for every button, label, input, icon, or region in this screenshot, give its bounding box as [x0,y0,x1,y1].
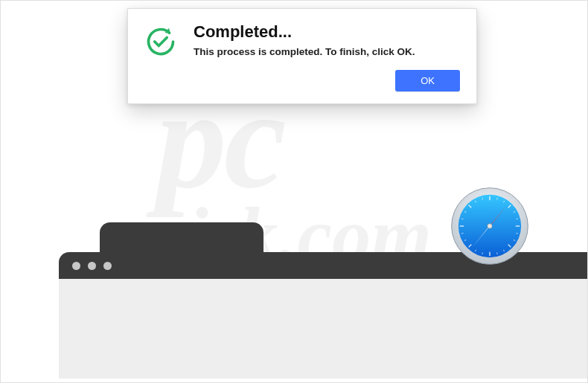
svg-line-14 [516,233,518,234]
window-control-dot[interactable] [72,262,80,270]
svg-line-13 [516,219,518,219]
svg-line-21 [461,233,464,234]
svg-line-17 [496,252,497,254]
dialog-title: Completed... [194,22,415,42]
safari-icon [449,185,531,267]
svg-line-10 [496,198,497,200]
browser-viewport [59,279,587,379]
window-control-dot[interactable] [88,262,96,270]
svg-line-22 [461,219,464,219]
svg-line-18 [482,252,483,254]
dialog-message: This process is completed. To finish, cl… [194,46,415,57]
checkmark-refresh-icon [144,25,177,58]
window-control-dot[interactable] [103,262,112,270]
ok-button[interactable]: OK [395,70,460,91]
browser-tab[interactable] [100,222,263,252]
svg-point-28 [488,224,492,228]
svg-line-25 [482,198,483,200]
completed-dialog: Completed... This process is completed. … [127,8,477,104]
